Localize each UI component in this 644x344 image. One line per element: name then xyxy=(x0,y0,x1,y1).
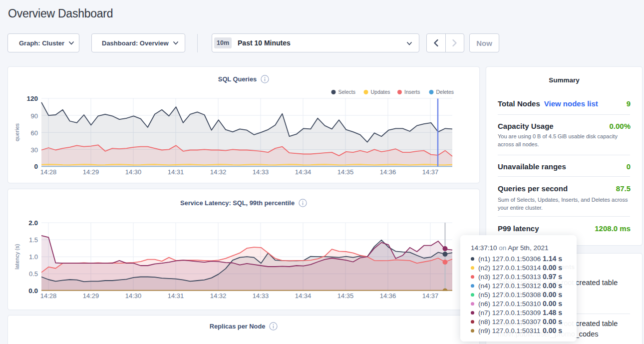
svg-text:14:32: 14:32 xyxy=(210,292,227,300)
svg-text:1.0: 1.0 xyxy=(29,253,38,261)
svg-text:14:29: 14:29 xyxy=(83,168,99,176)
svg-text:14:31: 14:31 xyxy=(168,292,184,300)
svg-text:0.0: 0.0 xyxy=(28,287,38,295)
svg-text:14:35: 14:35 xyxy=(337,292,354,300)
svg-text:Inserts: Inserts xyxy=(404,89,420,95)
svg-text:14:30: 14:30 xyxy=(125,292,142,300)
svg-text:queries: queries xyxy=(14,123,20,141)
svg-text:Selects: Selects xyxy=(338,89,355,95)
svg-text:14:33: 14:33 xyxy=(253,168,269,176)
svg-text:14:30: 14:30 xyxy=(125,168,142,176)
svg-text:14:34: 14:34 xyxy=(295,292,312,300)
svg-text:14:35: 14:35 xyxy=(337,168,354,176)
svg-text:14:36: 14:36 xyxy=(380,168,396,176)
svg-text:30: 30 xyxy=(31,146,38,154)
svg-text:120: 120 xyxy=(26,95,38,102)
svg-text:0.5: 0.5 xyxy=(29,270,38,278)
svg-text:14:37: 14:37 xyxy=(422,168,439,176)
svg-text:60: 60 xyxy=(31,129,38,137)
svg-text:14:29: 14:29 xyxy=(83,292,99,300)
svg-text:14:31: 14:31 xyxy=(168,168,184,176)
svg-text:14:37: 14:37 xyxy=(422,292,439,300)
svg-text:2.0: 2.0 xyxy=(28,219,38,227)
svg-text:Updates: Updates xyxy=(371,89,390,95)
svg-text:14:33: 14:33 xyxy=(253,292,269,300)
svg-text:14:34: 14:34 xyxy=(295,168,312,176)
svg-text:90: 90 xyxy=(31,112,38,120)
svg-text:0: 0 xyxy=(34,163,38,170)
svg-text:14:28: 14:28 xyxy=(40,168,57,176)
svg-text:1.5: 1.5 xyxy=(29,236,38,244)
svg-text:latency (s): latency (s) xyxy=(14,244,20,270)
svg-text:14:36: 14:36 xyxy=(380,292,396,300)
svg-text:14:32: 14:32 xyxy=(210,168,227,176)
svg-text:14:28: 14:28 xyxy=(40,292,57,300)
svg-text:Deletes: Deletes xyxy=(436,89,454,95)
